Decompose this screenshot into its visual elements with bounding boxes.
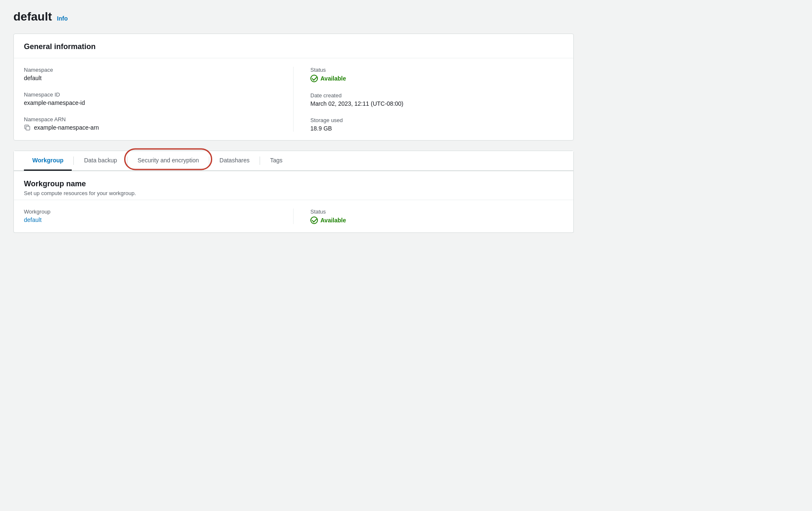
info-grid-right: Status Available Date created March 02, … <box>294 67 563 132</box>
info-grid: Namespace default Namespace ID example-n… <box>24 67 563 132</box>
tab-divider-2 <box>127 156 128 165</box>
tab-divider-1 <box>73 156 74 165</box>
status-value: Available <box>310 75 563 82</box>
tabs-container: Workgroup Data backup Security and encry… <box>13 151 574 171</box>
storage-used-value: 18.9 GB <box>310 125 563 132</box>
namespace-item: Namespace default <box>24 67 276 81</box>
copy-icon[interactable] <box>24 124 31 131</box>
general-info-body: Namespace default Namespace ID example-n… <box>14 58 573 140</box>
general-info-header: General information <box>14 34 573 58</box>
workgroup-info-left: Workgroup default <box>24 209 294 224</box>
workgroup-card: Workgroup name Set up compute resources … <box>13 171 574 233</box>
workgroup-name-item: Workgroup default <box>24 209 276 223</box>
namespace-label: Namespace <box>24 67 276 73</box>
general-info-title: General information <box>24 42 96 51</box>
tab-workgroup[interactable]: Workgroup <box>24 151 72 171</box>
workgroup-info-right: Status Available <box>294 209 563 224</box>
namespace-id-label: Namespace ID <box>24 91 276 98</box>
storage-used-item: Storage used 18.9 GB <box>310 117 563 132</box>
svg-rect-0 <box>26 126 30 130</box>
workgroup-link[interactable]: default <box>24 216 42 223</box>
status-text: Available <box>320 75 346 82</box>
tab-security-encryption[interactable]: Security and encryption <box>129 151 207 171</box>
page-title: default <box>13 10 52 23</box>
namespace-arn-item: Namespace ARN example-namespace-arn <box>24 116 276 131</box>
tab-tags[interactable]: Tags <box>262 151 291 171</box>
arn-row: example-namespace-arn <box>24 124 276 131</box>
tab-divider-4 <box>260 156 260 165</box>
workgroup-status-value: Available <box>310 216 563 224</box>
tabs-bar: Workgroup Data backup Security and encry… <box>14 151 573 171</box>
workgroup-section-subtitle: Set up compute resources for your workgr… <box>24 190 563 196</box>
tab-divider-3 <box>209 156 209 165</box>
workgroup-card-header: Workgroup name Set up compute resources … <box>14 171 573 200</box>
status-item: Status Available <box>310 67 563 82</box>
storage-used-label: Storage used <box>310 117 563 123</box>
workgroup-status-text: Available <box>320 217 346 224</box>
page-header: default Info <box>13 10 574 23</box>
tab-data-backup[interactable]: Data backup <box>75 151 125 171</box>
tab-datashares[interactable]: Datashares <box>211 151 258 171</box>
namespace-id-value: example-namespace-id <box>24 99 276 106</box>
info-badge[interactable]: Info <box>57 15 68 22</box>
namespace-value: default <box>24 75 276 81</box>
namespace-arn-label: Namespace ARN <box>24 116 276 123</box>
info-grid-left: Namespace default Namespace ID example-n… <box>24 67 294 132</box>
status-check-icon <box>310 75 318 82</box>
namespace-id-item: Namespace ID example-namespace-id <box>24 91 276 106</box>
workgroup-label: Workgroup <box>24 209 276 215</box>
workgroup-section-title: Workgroup name <box>24 180 563 188</box>
workgroup-status-item: Status Available <box>310 209 563 224</box>
general-info-card: General information Namespace default Na… <box>13 34 574 141</box>
workgroup-status-label: Status <box>310 209 563 215</box>
date-created-value: March 02, 2023, 12:11 (UTC-08:00) <box>310 100 563 107</box>
workgroup-info-grid: Workgroup default Status Available <box>24 209 563 224</box>
namespace-arn-value: example-namespace-arn <box>34 124 99 131</box>
date-created-label: Date created <box>310 92 563 99</box>
workgroup-card-body: Workgroup default Status Available <box>14 200 573 232</box>
date-created-item: Date created March 02, 2023, 12:11 (UTC-… <box>310 92 563 107</box>
workgroup-status-icon <box>310 216 318 224</box>
status-label: Status <box>310 67 563 73</box>
